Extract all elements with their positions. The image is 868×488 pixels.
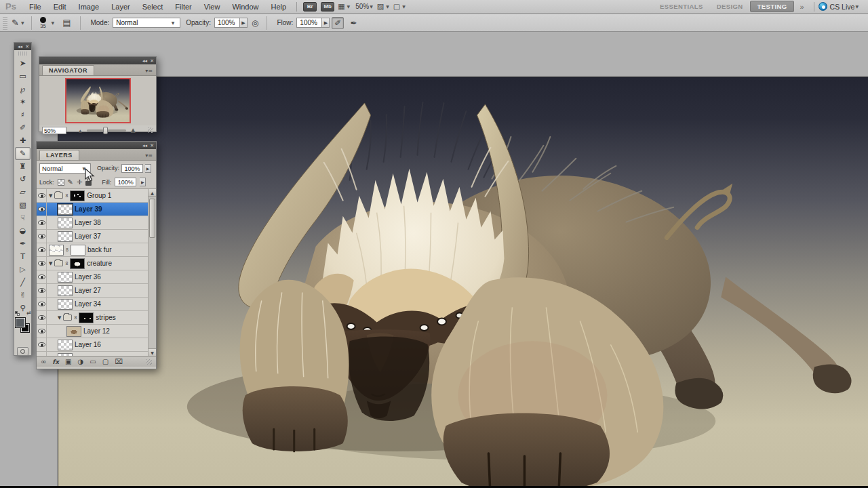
lock-pixels-icon[interactable]: ✎: [68, 178, 73, 186]
menu-window[interactable]: Window: [226, 0, 264, 14]
line-tool[interactable]: ╱: [15, 276, 31, 289]
panel-drag-bar[interactable]: ◂◂ ✕: [39, 57, 156, 64]
layer-visibility-toggle[interactable]: [37, 352, 47, 356]
layer-visibility-toggle[interactable]: [37, 230, 47, 243]
layer-row[interactable]: Layer 27: [37, 284, 156, 298]
close-panel-icon[interactable]: ✕: [150, 58, 154, 64]
menu-layer[interactable]: Layer: [105, 0, 136, 14]
opacity-input[interactable]: 100%: [214, 18, 240, 28]
panel-drag-bar[interactable]: ◂◂ ✕: [14, 43, 31, 50]
link-layers-icon[interactable]: ∞: [41, 357, 46, 367]
dodge-tool[interactable]: ◒: [15, 224, 31, 237]
layer-visibility-toggle[interactable]: [37, 311, 47, 324]
layer-visibility-toggle[interactable]: [37, 298, 47, 310]
add-layer-mask-icon[interactable]: ▣: [65, 357, 71, 367]
foreground-color-swatch[interactable]: [15, 317, 26, 328]
view-extras-icon[interactable]: ▦: [338, 2, 344, 11]
layer-row[interactable]: Layer 36: [37, 270, 156, 284]
adjustment-layer-icon[interactable]: ◑: [78, 357, 84, 367]
layer-visibility-toggle[interactable]: [37, 216, 47, 229]
layer-group-row[interactable]: ▼8creature: [37, 257, 156, 270]
layer-visibility-toggle[interactable]: [37, 189, 47, 202]
new-group-icon[interactable]: ▭: [90, 357, 96, 367]
crop-tool[interactable]: ♯: [15, 108, 31, 121]
menu-edit[interactable]: Edit: [47, 0, 73, 14]
launch-bridge-button[interactable]: Br: [303, 2, 317, 12]
cs-live-button[interactable]: CS Live ▼: [818, 2, 868, 11]
healing-brush-tool[interactable]: ✚: [15, 134, 31, 147]
panel-menu-icon[interactable]: ▾≡: [145, 152, 156, 160]
new-layer-icon[interactable]: ▢: [102, 357, 108, 367]
layer-opacity-input[interactable]: 100%: [121, 164, 143, 173]
layer-row[interactable]: Layer 37: [37, 230, 156, 243]
gradient-tool[interactable]: ▧: [15, 199, 31, 211]
brush-tool[interactable]: ✎: [15, 147, 31, 160]
delete-layer-icon[interactable]: ⌧: [115, 357, 123, 367]
panel-resize-grip[interactable]: [146, 359, 152, 365]
panel-resize-grip[interactable]: [148, 127, 153, 133]
layer-group-row[interactable]: ▼8Group 1: [37, 189, 156, 203]
navigator-proxy-view[interactable]: [65, 78, 131, 123]
flow-input[interactable]: 100%: [296, 18, 322, 28]
collapse-panel-icon[interactable]: ◂◂: [142, 58, 147, 64]
panel-menu-icon[interactable]: ▾≡: [145, 68, 156, 75]
tab-layers[interactable]: LAYERS: [39, 150, 79, 160]
clone-stamp-tool[interactable]: ♜: [15, 160, 31, 173]
layer-row[interactable]: Layer 34: [37, 298, 156, 311]
eyedropper-tool[interactable]: ✐: [15, 121, 31, 134]
menu-help[interactable]: Help: [265, 0, 293, 14]
menu-file[interactable]: File: [23, 0, 47, 14]
layer-visibility-toggle[interactable]: [37, 284, 47, 297]
workspace-design[interactable]: DESIGN: [710, 1, 750, 12]
layer-visibility-toggle[interactable]: [37, 257, 47, 270]
pen-tool[interactable]: ✒: [15, 237, 31, 250]
brush-tool-icon[interactable]: ✎: [10, 18, 20, 28]
workspace-testing[interactable]: TESTING: [750, 1, 795, 12]
tab-navigator[interactable]: NAVIGATOR: [42, 65, 94, 75]
eraser-tool[interactable]: ▱: [15, 186, 31, 199]
layers-scrollbar[interactable]: ▲ ▼: [148, 189, 156, 356]
move-tool[interactable]: ➤: [15, 57, 31, 70]
slider-thumb[interactable]: [103, 127, 108, 134]
zoom-level-dropdown[interactable]: 50%: [355, 3, 369, 10]
layer-fill-input[interactable]: 100%: [115, 178, 136, 186]
magic-wand-tool[interactable]: ✶: [15, 96, 31, 108]
menu-select[interactable]: Select: [136, 0, 170, 14]
scrollbar-thumb[interactable]: [149, 199, 155, 238]
screen-mode-icon[interactable]: ▢: [393, 2, 400, 11]
layer-row[interactable]: Layer 12: [37, 325, 156, 338]
type-tool[interactable]: T: [15, 250, 31, 263]
layer-row[interactable]: Layer 39: [37, 203, 156, 216]
hand-tool[interactable]: ✌: [15, 289, 31, 302]
history-brush-tool[interactable]: ↺: [15, 173, 31, 186]
options-bar-grip[interactable]: [3, 16, 7, 30]
lock-position-icon[interactable]: ✛: [77, 178, 82, 186]
arrange-documents-icon[interactable]: ▨: [377, 2, 384, 11]
layer-style-icon[interactable]: fx: [52, 357, 59, 367]
navigator-zoom-input[interactable]: 50%: [42, 127, 66, 134]
menu-filter[interactable]: Filter: [169, 0, 197, 14]
pressure-opacity-icon[interactable]: ◎︎: [250, 18, 260, 28]
layer-visibility-toggle[interactable]: [37, 270, 47, 283]
quick-mask-button[interactable]: [17, 347, 28, 356]
brush-preset-picker[interactable]: 35: [36, 17, 51, 29]
default-colors-icon[interactable]: [15, 311, 20, 316]
path-selection-tool[interactable]: ▷: [15, 263, 31, 276]
launch-mini-bridge-button[interactable]: Mb: [321, 2, 334, 12]
layer-visibility-toggle[interactable]: [37, 243, 47, 256]
lock-transparency-icon[interactable]: [58, 179, 64, 186]
close-panel-icon[interactable]: ✕: [25, 44, 29, 49]
collapse-panel-icon[interactable]: ◂◂: [18, 44, 22, 49]
collapse-panel-icon[interactable]: ◂◂: [142, 143, 147, 148]
zoom-in-icon[interactable]: ▲: [131, 127, 136, 134]
scroll-down-icon[interactable]: ▼: [149, 348, 156, 356]
opacity-spinner[interactable]: ▶: [240, 18, 248, 28]
workspace-overflow-button[interactable]: »: [794, 3, 809, 11]
pressure-size-icon[interactable]: ✒: [348, 18, 359, 28]
layer-visibility-toggle[interactable]: [37, 203, 47, 216]
layer-group-row[interactable]: ▼8stripes: [37, 311, 156, 325]
layer-row[interactable]: Layer 38: [37, 216, 156, 230]
toggle-brush-panel-icon[interactable]: ▤: [62, 18, 71, 28]
expand-group-icon[interactable]: ▼: [49, 261, 52, 266]
marquee-tool[interactable]: ▭: [15, 70, 31, 83]
